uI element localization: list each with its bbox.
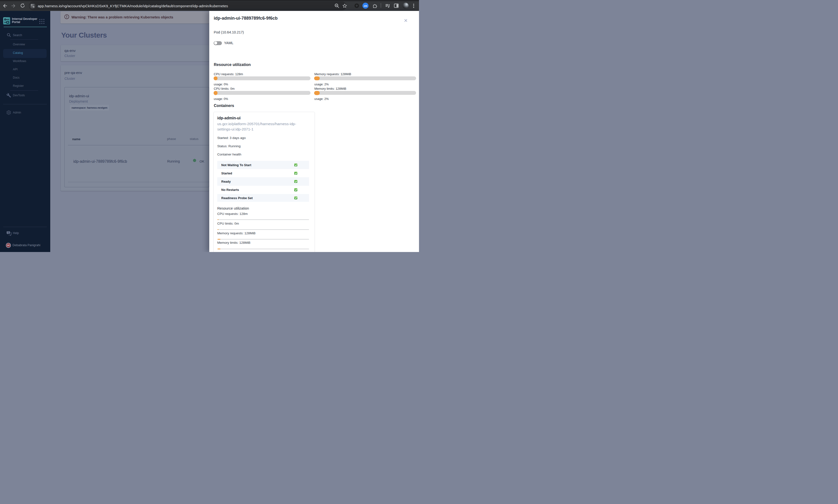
svg-text:?: ? [7,231,9,234]
